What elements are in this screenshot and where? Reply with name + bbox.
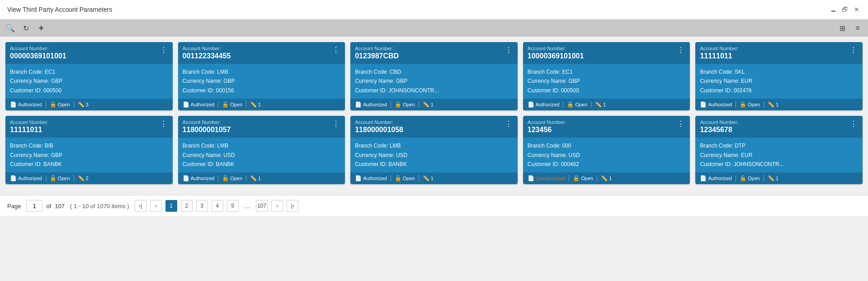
edit-icon: ✏️ [423, 101, 429, 108]
currency-name: Currency Name: USD [528, 151, 686, 160]
card-more-icon[interactable]: ⋮ [331, 119, 340, 128]
card-more-icon[interactable]: ⋮ [676, 46, 685, 54]
card-body: Branch Code: LMB Currency Name: USD Cust… [350, 138, 518, 172]
divider2 [591, 101, 591, 108]
status-icon: 📄 [183, 101, 189, 108]
card-body: Branch Code: 000 Currency Name: USD Cust… [523, 138, 690, 172]
branch-code: Branch Code: LMB [183, 67, 341, 76]
lock-item: 🔓 Open [573, 175, 593, 181]
card-label: Account Number: [528, 46, 677, 51]
lock-status: Open [403, 102, 415, 107]
currency-name: Currency Name: GBP [10, 151, 168, 160]
lock-icon: 🔓 [573, 175, 580, 181]
edit-count: 1 [431, 102, 434, 107]
first-page-button[interactable]: ‹| [135, 200, 146, 212]
card-header: Account Number: 00000369101001 ⋮ [5, 42, 173, 64]
card-more-icon[interactable]: ⋮ [849, 46, 858, 54]
status-icon: 📄 [183, 175, 189, 181]
page-4-button[interactable]: 4 [212, 200, 223, 212]
card-more-icon[interactable]: ⋮ [676, 119, 685, 128]
status-item: 📄 Authorized [10, 175, 42, 181]
card-header-content: Account Number: 00000369101001 [10, 46, 159, 60]
card-footer: 📄 Authorized 🔓 Open ✏️ 3 [5, 99, 173, 110]
status-badge: Authorized [18, 176, 42, 181]
prev-page-button[interactable]: ‹ [150, 200, 162, 212]
edit-count: 1 [603, 102, 606, 107]
status-item: 📄 Authorized [355, 101, 387, 108]
account-card: Account Number: 00000369101001 ⋮ Branch … [5, 42, 173, 110]
currency-name: Currency Name: USD [183, 151, 341, 160]
card-more-icon[interactable]: ⋮ [331, 46, 340, 54]
divider2 [764, 101, 764, 108]
edit-icon: ✏️ [601, 175, 608, 181]
branch-code: Branch Code: DTP [700, 141, 858, 150]
status-badge: Authorized [536, 102, 560, 107]
card-header-content: Account Number: 118000001058 [355, 119, 504, 134]
card-body: Branch Code: DTP Currency Name: EUR Cust… [695, 138, 863, 172]
status-item: 📄 Authorized [355, 175, 387, 181]
lock-icon: 🔓 [740, 175, 746, 181]
customer-id: Customer ID: JOHNSONCONTR... [700, 160, 858, 169]
customer-id: Customer ID: BANBK [10, 160, 168, 169]
add-icon[interactable]: + [36, 23, 46, 33]
edit-item: ✏️ 1 [423, 175, 434, 181]
status-icon: 📄 [355, 175, 362, 181]
edit-count: 1 [431, 176, 434, 181]
lock-item: 🔓 Open [567, 101, 587, 108]
search-icon[interactable]: 🔍 [5, 23, 15, 33]
lock-icon: 🔓 [222, 175, 229, 181]
card-more-icon[interactable]: ⋮ [504, 46, 513, 54]
status-item: 📄 Unauthorized [528, 175, 565, 181]
card-more-icon[interactable]: ⋮ [159, 46, 168, 54]
page-3-button[interactable]: 3 [196, 200, 208, 212]
of-label: of [46, 203, 51, 210]
card-more-icon[interactable]: ⋮ [504, 119, 513, 128]
card-label: Account Number: [528, 119, 677, 125]
title-actions: 🗕 🗗 ✕ [829, 5, 861, 14]
card-more-icon[interactable]: ⋮ [159, 119, 168, 128]
lock-status: Open [230, 176, 242, 181]
edit-count: 1 [258, 176, 261, 181]
edit-item: ✏️ 1 [768, 175, 778, 181]
next-page-button[interactable]: › [271, 200, 283, 212]
edit-icon: ✏️ [250, 175, 257, 181]
branch-code: Branch Code: LMB [355, 141, 513, 150]
lock-item: 🔓 Open [740, 175, 760, 181]
lock-status: Open [403, 176, 415, 181]
menu-icon[interactable]: ≡ [853, 23, 863, 33]
page-input[interactable] [26, 200, 42, 212]
card-footer: 📄 Unauthorized 🔓 Open ✏️ 1 [523, 172, 690, 184]
card-header-content: Account Number: 0123987CBD [355, 46, 504, 60]
grid-view-icon[interactable]: ⊞ [837, 23, 847, 33]
card-more-icon[interactable]: ⋮ [849, 119, 858, 128]
lock-status: Open [748, 102, 760, 107]
minimize-icon[interactable]: 🗕 [829, 5, 837, 14]
edit-icon: ✏️ [595, 101, 602, 108]
card-header: Account Number: 118000001057 ⋮ [178, 116, 345, 138]
card-footer: 📄 Authorized 🔓 Open ✏️ 1 [695, 99, 863, 110]
page-2-button[interactable]: 2 [181, 200, 193, 212]
card-header-content: Account Number: 001122334455 [183, 46, 332, 60]
card-account-number: 0123987CBD [355, 52, 504, 60]
toolbar-right: ⊞ ≡ [837, 23, 863, 33]
page-1-button[interactable]: 1 [165, 200, 177, 212]
lock-status: Open [58, 176, 70, 181]
currency-name: Currency Name: GBP [355, 76, 513, 86]
restore-icon[interactable]: 🗗 [841, 5, 849, 14]
card-account-number: 11111011 [700, 52, 849, 60]
card-label: Account Number: [10, 119, 159, 125]
account-card: Account Number: 118000001058 ⋮ Branch Co… [350, 116, 518, 184]
close-icon[interactable]: ✕ [853, 5, 861, 14]
lock-item: 🔓 Open [50, 175, 70, 181]
account-card: Account Number: 0123987CBD ⋮ Branch Code… [350, 42, 518, 110]
cards-grid-row1: Account Number: 00000369101001 ⋮ Branch … [5, 42, 863, 110]
title-bar: View Third Party Account Parameters 🗕 🗗 … [0, 0, 868, 19]
card-body: Branch Code: EC1 Currency Name: GBP Cust… [5, 64, 173, 99]
refresh-icon[interactable]: ↻ [21, 23, 31, 33]
page-5-button[interactable]: 5 [227, 200, 239, 212]
lock-icon: 🔓 [395, 101, 401, 108]
divider1 [218, 101, 218, 108]
divider2 [419, 175, 419, 181]
last-page-button-number[interactable]: 107 [256, 200, 268, 212]
last-page-nav-button[interactable]: |› [287, 200, 298, 212]
